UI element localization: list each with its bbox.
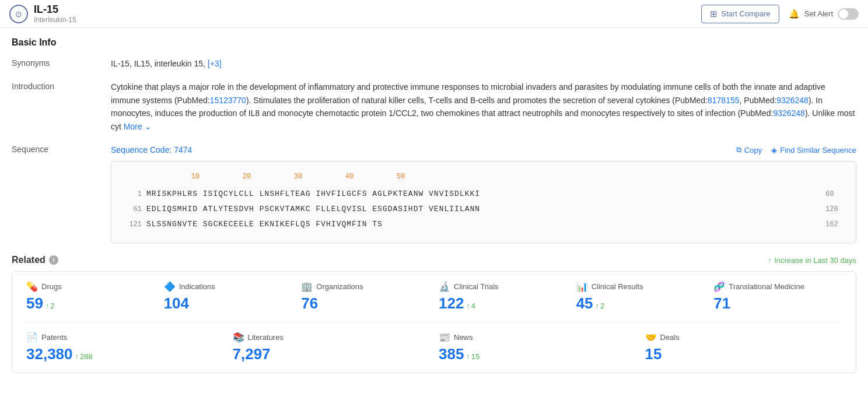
related-item-literatures-header: 📚 Literatures [233,332,430,343]
drugs-count: 59 [26,294,43,312]
related-item-drugs[interactable]: 💊 Drugs 59 ↑2 [26,281,155,313]
set-alert-toggle[interactable] [838,8,859,20]
organizations-icon: 🏢 [301,281,313,292]
clinical-trials-count-row: 122 ↑4 [439,294,567,313]
patents-increase: ↑288 [75,352,92,361]
sequence-actions: ⧉ Copy ◈ Find Similar Sequence [736,145,856,155]
find-similar-label: Find Similar Sequence [780,146,856,155]
seq-num-3-left: 121 [123,219,146,230]
introduction-row: Introduction Cytokine that plays a major… [12,80,856,133]
increase-arrow-icon: ↑ [768,256,772,265]
title-block: IL-15 Interleukin-15 [34,3,76,24]
drugs-label: Drugs [41,282,62,291]
related-item-drugs-header: 💊 Drugs [26,281,155,292]
clinical-results-label: Clinical Results [592,282,643,291]
drugs-increase: ↑2 [46,301,55,310]
seq-num-1-right: 60 [821,188,844,200]
sequence-box: 10 20 30 40 50 1 MRISKPHLRS ISIQCYLCLL L… [111,161,856,243]
increase-label: ↑ Increase in Last 30 days [768,256,856,265]
news-count: 385 [439,345,464,363]
news-count-row: 385 ↑15 [439,345,636,363]
patents-label: Patents [41,333,67,342]
news-increase: ↑15 [466,352,480,361]
related-item-indications[interactable]: 🔷 Indications 104 [164,281,292,313]
related-item-deals-header: 🤝 Deals [645,332,842,343]
ruler-tick-20: 20 [221,171,272,183]
seq-data-3: SLSSNGNVTE SGCKECEELE EKNIKEFLQS FVHIVQM… [146,218,821,231]
patents-count: 32,380 [26,345,73,363]
indications-icon: 🔷 [164,281,176,292]
related-item-clinical-results-header: 📊 Clinical Results [576,281,705,292]
seq-num-1-left: 1 [123,188,146,200]
literatures-count: 7,297 [233,345,271,363]
translational-medicine-count: 71 [713,294,730,312]
ruler-tick-50: 50 [375,171,426,183]
start-compare-button[interactable]: ⊞ Start Compare [701,5,779,23]
patents-count-row: 32,380 ↑288 [26,345,223,363]
copy-button[interactable]: ⧉ Copy [736,145,762,155]
set-alert-label: Set Alert [804,9,833,18]
synonyms-more-link[interactable]: [+3] [208,59,222,68]
synonyms-label: Synonyms [12,57,111,70]
seq-line-3: 121 SLSSNGNVTE SGCKECEELE EKNIKEFLQS FVH… [123,218,844,231]
pubmed2-link[interactable]: 8178155 [708,96,740,105]
related-item-clinical-trials-header: 🔬 Clinical Trials [439,281,567,292]
synonyms-text: IL-15, IL15, interleukin 15, [111,59,208,68]
app-logo: ⊙ [9,5,28,23]
related-item-patents-header: 📄 Patents [26,332,223,343]
seq-num-2-left: 61 [123,203,146,215]
copy-label: Copy [744,146,762,155]
related-title-text: Related [12,255,46,265]
seq-data-2: EDLIQSMHID ATLYTESDVH PSCKVTAMKC FLLELQV… [146,203,821,216]
clinical-results-count-row: 45 ↑2 [576,294,705,313]
introduction-label: Introduction [12,80,111,133]
intro-more-link[interactable]: More ⌄ [124,122,152,131]
synonyms-row: Synonyms IL-15, IL15, interleukin 15, [+… [12,57,856,70]
increase-label-text: Increase in Last 30 days [774,256,856,265]
sequence-value: Sequence Code: 7474 ⧉ Copy ◈ Find Simila… [111,143,856,243]
related-header: Related i ↑ Increase in Last 30 days [12,255,856,265]
pubmed4-link[interactable]: 9326248 [773,108,805,118]
related-item-clinical-trials[interactable]: 🔬 Clinical Trials 122 ↑4 [439,281,567,313]
related-info-icon[interactable]: i [49,255,58,265]
header-left: ⊙ IL-15 Interleukin-15 [9,3,76,24]
sequence-ruler: 10 20 30 40 50 [123,171,844,183]
pubmed3-link[interactable]: 9326248 [776,96,808,105]
sequence-header: Sequence Code: 7474 ⧉ Copy ◈ Find Simila… [111,143,856,156]
related-item-deals[interactable]: 🤝 Deals 15 [645,332,842,363]
synonyms-value: IL-15, IL15, interleukin 15, [+3] [111,57,856,70]
sequence-row: Sequence Sequence Code: 7474 ⧉ Copy ◈ Fi… [12,143,856,243]
clinical-results-increase: ↑2 [595,301,604,310]
sequence-code-link[interactable]: Sequence Code: 7474 [111,143,192,156]
find-similar-button[interactable]: ◈ Find Similar Sequence [771,145,856,155]
related-item-organizations[interactable]: 🏢 Organizations 76 [301,281,429,313]
related-item-clinical-results[interactable]: 📊 Clinical Results 45 ↑2 [576,281,705,313]
deals-icon: 🤝 [645,332,657,343]
related-item-translational-medicine[interactable]: 🧬 Translational Medicine 71 [713,281,842,313]
start-compare-label: Start Compare [721,9,771,18]
deals-label: Deals [660,333,680,342]
intro-text-2: ). Stimulates the proliferation of natur… [246,96,708,105]
introduction-value: Cytokine that plays a major role in the … [111,80,856,133]
literatures-label: Literatures [248,333,284,342]
related-item-patents[interactable]: 📄 Patents 32,380 ↑288 [26,332,223,363]
seq-num-3-right: 162 [821,219,844,230]
copy-icon: ⧉ [736,145,741,155]
drugs-count-row: 59 ↑2 [26,294,155,313]
related-item-organizations-header: 🏢 Organizations [301,281,429,292]
related-item-news-header: 📰 News [439,332,636,343]
main-content: Basic Info Synonyms IL-15, IL15, interle… [0,28,868,383]
pubmed1-link[interactable]: 15123770 [210,96,246,105]
drugs-icon: 💊 [26,281,38,292]
literatures-icon: 📚 [233,332,244,343]
related-title: Related i [12,255,58,265]
clinical-trials-icon: 🔬 [439,281,450,292]
related-bottom-row: 📄 Patents 32,380 ↑288 📚 Literatures 7,29… [26,332,842,363]
header: ⊙ IL-15 Interleukin-15 ⊞ Start Compare 🔔… [0,0,868,28]
related-card: 💊 Drugs 59 ↑2 🔷 Indications 104 🏢 [12,271,856,373]
related-item-news[interactable]: 📰 News 385 ↑15 [439,332,636,363]
indications-count: 104 [164,294,189,312]
deals-count: 15 [645,345,662,363]
clinical-trials-label: Clinical Trials [454,282,499,291]
related-item-literatures[interactable]: 📚 Literatures 7,297 [233,332,430,363]
